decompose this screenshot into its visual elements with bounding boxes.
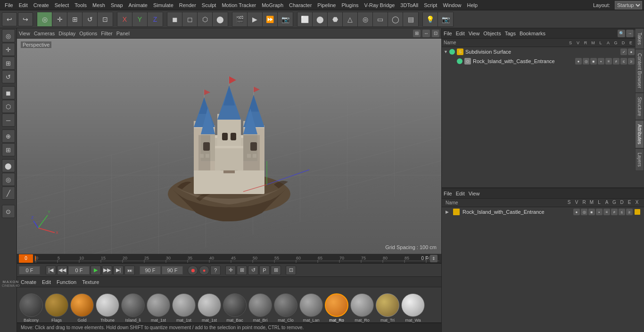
lp-knife-btn[interactable]: ╱ <box>2 186 15 200</box>
lp-brush-btn[interactable]: ⬤ <box>2 159 15 172</box>
move-key-btn[interactable]: ✛ <box>225 266 236 275</box>
lp-snap-btn[interactable]: ⊕ <box>2 130 15 143</box>
attr-ico-6[interactable]: ≠ <box>611 209 618 215</box>
attr-ico-2[interactable]: ◎ <box>581 209 587 215</box>
viewport-icon-3[interactable]: ⊡ <box>432 30 439 37</box>
attr-ico-3[interactable]: ■ <box>588 209 595 215</box>
grid-key-btn[interactable]: ⊞ <box>271 266 281 275</box>
obj-row-subdivision[interactable]: ▼ S Subdivision Surface ✓ ● <box>442 47 644 57</box>
attrs-file-menu[interactable]: File <box>444 191 452 196</box>
polygon-mode-button[interactable]: ⬡ <box>198 12 213 26</box>
menu-sculpt[interactable]: Sculpt <box>199 2 219 8</box>
scale-tool-button[interactable]: ⊞ <box>67 12 83 26</box>
move-tool-button[interactable]: ✛ <box>52 12 67 26</box>
plane-button[interactable]: ▭ <box>373 12 388 26</box>
material-item-balcony[interactable]: Balcony <box>19 293 43 323</box>
obj-bookmarks-menu[interactable]: Bookmarks <box>520 31 545 36</box>
cylinder-button[interactable]: ⬣ <box>328 12 343 26</box>
menu-simulate[interactable]: Simulate <box>150 2 176 8</box>
attrs-view-menu[interactable]: View <box>469 191 480 196</box>
attr-row-rockisland[interactable]: ▶ Rock_Island_with_Castle_Entrance ● ◎ ■… <box>442 207 644 217</box>
materials-texture-btn[interactable]: Texture <box>82 279 99 285</box>
material-item-mat1st-3[interactable]: mat_1st <box>197 293 222 323</box>
obj-ico-vis2[interactable]: ◎ <box>583 58 589 65</box>
render-all-button[interactable]: ⏩ <box>263 12 278 26</box>
lp-edge-btn[interactable]: ─ <box>2 113 15 127</box>
tab-structure[interactable]: Structure <box>635 93 644 121</box>
menu-character[interactable]: Character <box>286 2 314 8</box>
attr-ico-5[interactable]: ≡ <box>603 209 610 215</box>
start-frame-input[interactable] <box>19 266 40 275</box>
material-item-gold[interactable]: Gold <box>70 293 94 323</box>
camera-button[interactable]: 📷 <box>438 12 453 26</box>
record-btn[interactable]: ⏺ <box>188 266 198 275</box>
rotate-key-btn[interactable]: ↺ <box>248 266 258 275</box>
param-btn[interactable]: P <box>259 266 270 275</box>
menu-tools[interactable]: Tools <box>72 2 90 8</box>
disc-button[interactable]: ◯ <box>388 12 403 26</box>
light-button[interactable]: 💡 <box>423 12 438 26</box>
menu-create[interactable]: Create <box>31 2 52 8</box>
material-item-flags[interactable]: Flags <box>44 293 69 323</box>
torus-button[interactable]: ◎ <box>358 12 373 26</box>
render-view-button[interactable]: 🎬 <box>232 12 248 26</box>
cone-button[interactable]: △ <box>343 12 358 26</box>
timeline-ruler[interactable]: 0 0 5 10 15 20 <box>17 254 441 263</box>
timeline-expand-btn[interactable]: ⊡ <box>286 266 296 275</box>
material-item-matlan[interactable]: mat_Lan <box>299 293 323 323</box>
material-item-matrod-selected[interactable]: mat_Ro <box>324 293 349 323</box>
attr-ico-8[interactable]: ≥ <box>626 209 633 215</box>
menu-animate[interactable]: Animate <box>126 2 150 8</box>
picture-viewer-button[interactable]: 📷 <box>278 12 293 26</box>
menu-3dtoall[interactable]: 3DToAll <box>397 2 421 8</box>
material-item-matbac[interactable]: mat_Bac <box>223 293 247 323</box>
lp-select-btn[interactable]: ◎ <box>2 29 15 42</box>
obj-arrow-icon[interactable]: → <box>626 30 634 37</box>
materials-edit-btn[interactable]: Edit <box>42 279 51 285</box>
menu-help[interactable]: Help <box>464 2 481 8</box>
playback-play-btn[interactable]: ▶ <box>91 266 101 275</box>
axis-z-button[interactable]: Z <box>148 12 163 26</box>
lp-paint-btn[interactable]: ◎ <box>2 173 15 186</box>
obj-search-icon[interactable]: 🔍 <box>618 30 625 37</box>
materials-function-btn[interactable]: Function <box>57 279 76 285</box>
obj-ico-vis8[interactable]: ≥ <box>628 58 635 65</box>
lp-extra-btn[interactable]: ⊙ <box>2 205 15 218</box>
tab-content-browser[interactable]: Content Browser <box>635 49 644 92</box>
attr-ico-1[interactable]: ● <box>573 209 580 215</box>
material-item-matclo[interactable]: mat_Clo <box>273 293 298 323</box>
tab-attributes[interactable]: Attributes <box>635 120 644 148</box>
rotate-tool-button[interactable]: ↺ <box>83 12 98 26</box>
obj-view-menu[interactable]: View <box>469 31 480 36</box>
viewport-icon-1[interactable]: ⊞ <box>413 30 421 37</box>
attr-ico-7[interactable]: ≤ <box>619 209 625 215</box>
layout-dropdown[interactable]: Startup <box>615 1 642 9</box>
viewport-panel-menu[interactable]: Panel <box>116 31 130 36</box>
menu-edit[interactable]: Edit <box>16 2 31 8</box>
menu-select[interactable]: Select <box>52 2 72 8</box>
obj-tags-menu[interactable]: Tags <box>505 31 516 36</box>
material-item-matrod-2[interactable]: mat_Ro <box>350 293 374 323</box>
material-item-mattri[interactable]: mat_Tri <box>375 293 400 323</box>
viewport-options-menu[interactable]: Options <box>79 31 97 36</box>
menu-mograph[interactable]: MoGraph <box>259 2 286 8</box>
render-button[interactable]: ▶ <box>248 12 263 26</box>
transform-button[interactable]: ⊡ <box>98 12 113 26</box>
viewport-icon-2[interactable]: ↔ <box>422 30 430 37</box>
tab-takes[interactable]: Takes <box>635 28 644 49</box>
mid-frame-input[interactable] <box>68 266 90 275</box>
attr-expand-arrow[interactable]: ▶ <box>446 210 452 214</box>
attr-ico-4[interactable]: ▪ <box>596 209 603 215</box>
object-mode-button[interactable]: ◼ <box>167 12 182 26</box>
lp-grid-btn[interactable]: ⊞ <box>2 143 15 156</box>
material-item-matwa[interactable]: mat_Wa <box>401 293 425 323</box>
obj-ico-vis5[interactable]: ≡ <box>605 58 612 65</box>
obj-edit-menu[interactable]: Edit <box>456 31 465 36</box>
playback-end-btn[interactable]: ⏭ <box>124 266 135 275</box>
obj-ico-vis3[interactable]: ■ <box>590 58 597 65</box>
material-item-tribune[interactable]: Tribune <box>95 293 120 323</box>
menu-render[interactable]: Render <box>176 2 199 8</box>
timeline-track[interactable]: 0 5 10 15 20 25 30 35 <box>35 254 439 263</box>
obj-ico-vis1[interactable]: ● <box>575 58 582 65</box>
menu-snap[interactable]: Snap <box>108 2 126 8</box>
